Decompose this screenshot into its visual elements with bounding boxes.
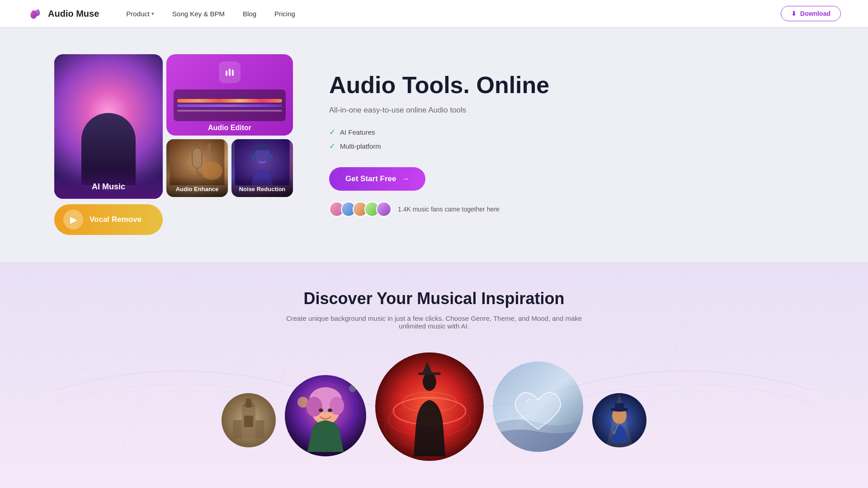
feature-platform-text: Multi-platform xyxy=(340,142,381,150)
nav-item-song-key[interactable]: Song Key & BPM xyxy=(172,10,225,18)
church-illustration xyxy=(222,393,276,447)
circle-heart[interactable] xyxy=(493,361,583,452)
noise-reduction-label: Noise Reduction xyxy=(231,177,293,197)
discover-title: Discover Your Musical Inspiration xyxy=(54,289,814,308)
svg-rect-18 xyxy=(252,154,256,161)
avatar xyxy=(376,202,392,217)
noise-reduction-card[interactable]: Noise Reduction xyxy=(231,139,293,197)
svg-rect-9 xyxy=(226,70,227,76)
cta-label: Get Start Free xyxy=(345,174,396,183)
bottom-cards-row: Audio Enhance xyxy=(166,139,293,197)
avatar-group xyxy=(329,202,392,217)
hero-section: AI Music ▶ Vocal Remove xyxy=(0,27,868,262)
chevron-down-icon: ▾ xyxy=(151,11,154,17)
arrow-right-icon: → xyxy=(401,174,409,183)
logo-icon xyxy=(27,5,43,22)
editor-screen xyxy=(174,89,286,121)
svg-rect-28 xyxy=(246,399,251,408)
circle-redman[interactable] xyxy=(375,352,484,461)
svg-point-34 xyxy=(349,385,356,392)
hero-features: ✓ AI Features ✓ Multi-platform xyxy=(329,127,814,151)
svg-rect-20 xyxy=(251,148,274,150)
svg-rect-30 xyxy=(233,420,242,438)
vocal-remove-card[interactable]: ▶ Vocal Remove xyxy=(54,204,163,235)
heart-illustration xyxy=(493,361,583,452)
navbar-right: ⬇ Download xyxy=(781,6,841,21)
download-button[interactable]: ⬇ Download xyxy=(781,6,841,21)
svg-point-40 xyxy=(328,408,332,412)
social-proof: 1.4K music fans came together here xyxy=(329,202,814,217)
feature-platform: ✓ Multi-platform xyxy=(329,141,814,151)
vocal-icon: ▶ xyxy=(63,210,83,230)
audio-enhance-card[interactable]: Audio Enhance xyxy=(166,139,228,197)
main-nav: Product ▾ Song Key & BPM Blog Pricing xyxy=(126,10,295,18)
check-icon-ai: ✓ xyxy=(329,127,335,137)
discover-circles xyxy=(54,352,814,461)
performer-illustration xyxy=(592,393,646,447)
svg-point-1 xyxy=(64,89,80,105)
audio-editor-icon xyxy=(219,61,241,83)
svg-rect-11 xyxy=(232,70,234,76)
svg-point-6 xyxy=(84,88,106,115)
hero-subtitle: All-in-one easy-to-use online Audio tool… xyxy=(329,106,814,115)
get-start-free-button[interactable]: Get Start Free → xyxy=(329,167,425,191)
nav-item-pricing[interactable]: Pricing xyxy=(274,10,295,18)
hero-cards: AI Music ▶ Vocal Remove xyxy=(54,54,293,235)
ai-music-label: AI Music xyxy=(54,169,163,199)
svg-point-4 xyxy=(88,84,129,129)
feature-ai: ✓ AI Features xyxy=(329,127,814,137)
circle-singer[interactable] xyxy=(285,375,366,456)
svg-point-39 xyxy=(319,408,323,412)
svg-point-38 xyxy=(330,397,344,415)
feature-ai-text: AI Features xyxy=(340,128,375,136)
hero-text: Audio Tools. Online All-in-one easy-to-u… xyxy=(329,72,814,216)
svg-point-3 xyxy=(59,147,68,156)
svg-point-37 xyxy=(306,397,322,417)
svg-point-51 xyxy=(612,431,616,434)
svg-rect-14 xyxy=(193,148,202,168)
waveform-2 xyxy=(177,104,282,107)
svg-line-21 xyxy=(118,325,181,455)
circle-church[interactable] xyxy=(222,393,276,447)
svg-point-2 xyxy=(139,74,150,84)
discover-section: Discover Your Musical Inspiration Create… xyxy=(0,262,868,488)
check-icon-platform: ✓ xyxy=(329,141,335,151)
navbar: Audio Muse Product ▾ Song Key & BPM Blog… xyxy=(0,0,868,27)
svg-rect-29 xyxy=(244,416,253,427)
svg-rect-31 xyxy=(255,420,264,438)
svg-rect-53 xyxy=(615,403,624,410)
svg-rect-46 xyxy=(418,372,441,375)
logo-text: Audio Muse xyxy=(48,9,99,19)
download-icon: ⬇ xyxy=(791,10,797,17)
energy-illustration xyxy=(375,352,484,461)
svg-rect-8 xyxy=(125,105,132,115)
svg-rect-10 xyxy=(229,69,231,76)
svg-rect-19 xyxy=(268,154,273,161)
svg-point-5 xyxy=(86,77,131,113)
nav-item-product[interactable]: Product ▾ xyxy=(126,10,154,18)
ai-music-card[interactable]: AI Music xyxy=(54,54,163,199)
nav-item-blog[interactable]: Blog xyxy=(243,10,256,18)
audio-editor-label: Audio Editor xyxy=(174,124,286,132)
waveform-1 xyxy=(177,99,282,103)
social-proof-text: 1.4K music fans came together here xyxy=(398,206,500,213)
singer-illustration xyxy=(285,375,366,456)
audio-editor-card[interactable]: Audio Editor xyxy=(166,54,293,136)
logo-link[interactable]: Audio Muse xyxy=(27,5,99,22)
discover-subtitle: Create unique background music in just a… xyxy=(276,314,592,330)
circle-performer[interactable] xyxy=(592,393,646,447)
svg-rect-7 xyxy=(85,105,92,115)
audio-enhance-label: Audio Enhance xyxy=(166,177,228,197)
equalizer-icon xyxy=(223,66,236,79)
hero-title: Audio Tools. Online xyxy=(329,72,814,98)
vocal-remove-label: Vocal Remove xyxy=(90,215,142,224)
